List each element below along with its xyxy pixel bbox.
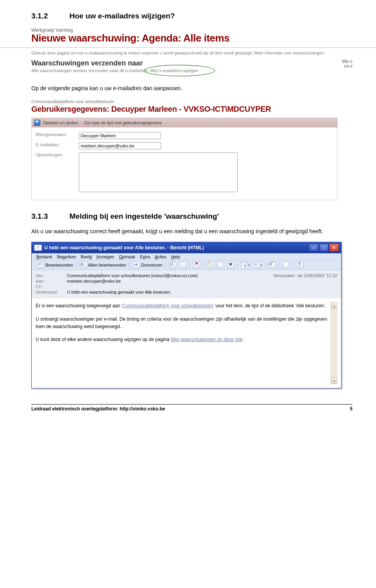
reply-icon xyxy=(37,262,44,268)
heading-number: 3.1.3 xyxy=(31,212,48,221)
displayname-input[interactable] xyxy=(79,132,161,139)
message-body: Er is een waarschuwing toegevoegd aan 'C… xyxy=(36,302,331,384)
heading-text: Melding bij een ingestelde 'waarschuwing… xyxy=(69,212,219,221)
save-close-button[interactable]: Opslaan en sluiten xyxy=(43,120,78,125)
screenshot-user-settings: Communicatieplatform voor schoolbesturen… xyxy=(31,99,352,200)
move-to-folder-button[interactable] xyxy=(206,261,215,269)
menu-extra[interactable]: Extra xyxy=(140,254,150,259)
body-text: Er is een waarschuwing toegevoegd aan xyxy=(36,303,121,309)
reply-all-button[interactable]: Allen beantwoorden xyxy=(79,261,127,269)
body-text: voor het item, de lijst of de bibliothee… xyxy=(214,303,326,309)
toolbar-button[interactable] xyxy=(216,261,225,269)
reply-all-icon xyxy=(80,262,87,268)
folder-icon xyxy=(207,262,214,268)
label-notes: Opmerkingen: xyxy=(36,152,79,157)
notes-textarea[interactable] xyxy=(79,152,238,192)
toolbar-button[interactable] xyxy=(282,261,290,269)
label-email: E-mailadres: xyxy=(36,142,79,147)
send-to-text: Alle waarschuwingen worden verzonden naa… xyxy=(31,68,150,73)
right-text-1: Mijn e xyxy=(342,59,352,64)
menu-beeld[interactable]: Beeld xyxy=(81,254,92,259)
subject-value: U hebt een waarschuwing gemaakt voor All… xyxy=(67,290,337,294)
sent-label: Verzonden: xyxy=(273,273,295,278)
to-label: Aan: xyxy=(36,279,67,283)
screenshot-outlook-message: U hebt een waarschuwing gemaakt voor All… xyxy=(31,242,342,388)
heading-number: 3.1.2 xyxy=(31,12,48,20)
font-size-button[interactable] xyxy=(268,261,277,269)
divider xyxy=(0,47,376,48)
cc-label: CC: xyxy=(36,284,67,289)
body-text: U kunt deze of elke andere waarschuwing … xyxy=(36,337,171,342)
menu-opmaak[interactable]: Opmaak xyxy=(119,254,136,259)
forward-icon xyxy=(133,262,140,268)
page-description: Gebruik deze pagina om een e-mailwaarsch… xyxy=(31,50,352,56)
flag-icon xyxy=(193,262,200,268)
save-icon xyxy=(34,120,40,126)
font-size-icon xyxy=(269,262,276,268)
page-title: Nieuwe waarschuwing: Agenda: Alle items xyxy=(31,32,352,44)
right-cutoff-text: Mijn e jos.e xyxy=(342,59,352,69)
menu-help[interactable]: Help xyxy=(171,254,180,259)
prev-item-button[interactable]: ▾ xyxy=(240,261,251,269)
chevron-down-icon xyxy=(253,262,260,268)
sent-value: do 11/01/2007 11:22 xyxy=(298,273,337,278)
toolbar-separator xyxy=(293,261,293,269)
close-button[interactable]: × xyxy=(329,244,339,252)
page-number: 5 xyxy=(350,406,352,412)
body-link-platform[interactable]: 'Communicatieplatform voor schoolbesture… xyxy=(121,303,214,309)
window-titlebar: U hebt een waarschuwing gemaakt voor All… xyxy=(32,242,341,253)
label-displayname: Weergavenaam: xyxy=(36,132,79,137)
heading-312: 3.1.2 Hoe uw e-mailadres wijzigen? xyxy=(31,12,352,20)
toolbar-separator xyxy=(279,261,279,269)
to-value: marleen.decuyper@vsko.be xyxy=(67,279,337,283)
maximize-button[interactable]: □ xyxy=(319,244,329,252)
forward-button[interactable]: Doorsturen xyxy=(132,261,163,269)
toolbar: Beantwoorden Allen beantwoorden Doorstur… xyxy=(32,260,341,270)
flag-button[interactable] xyxy=(192,261,201,269)
toolbar-button[interactable] xyxy=(179,261,187,269)
menu-bewerken[interactable]: Bewerken xyxy=(57,254,76,259)
generic-icon xyxy=(282,262,289,268)
toolbar-separator xyxy=(129,261,130,269)
menu-bestand[interactable]: Bestand xyxy=(36,254,52,259)
dropdown-caret-icon: ▾ xyxy=(248,263,250,267)
reply-button[interactable]: Beantwoorden xyxy=(36,261,74,269)
heading-text: Hoe uw e-mailadres wijzigen? xyxy=(69,12,175,20)
generic-icon xyxy=(179,262,186,268)
window-title: U hebt een waarschuwing gemaakt voor All… xyxy=(44,245,204,250)
scrollbar[interactable]: ▴ ▾ xyxy=(331,302,337,384)
scroll-down-icon[interactable]: ▾ xyxy=(331,377,337,384)
cc-value xyxy=(67,284,337,289)
site-breadcrumb: Communicatieplatform voor schoolbesturen xyxy=(31,99,352,104)
page-title: Gebruikersgegevens: Decuyper Marleen - V… xyxy=(31,105,352,114)
print-button[interactable] xyxy=(168,261,177,269)
menu-acties[interactable]: Acties xyxy=(155,254,166,259)
print-icon xyxy=(169,262,176,268)
toolbar-separator xyxy=(190,261,190,269)
heading-313: 3.1.3 Melding bij een ingestelde 'waarsc… xyxy=(31,212,352,221)
chevron-up-icon xyxy=(241,262,248,268)
body-text: U ontvangt waarschuwingen per e-mail. De… xyxy=(36,316,331,330)
body-link-my-alerts[interactable]: Mijn waarschuwingen op deze site xyxy=(171,337,242,342)
minimize-button[interactable]: – xyxy=(309,244,318,252)
goto-list-button[interactable]: Ga naar de lijst met gebruikersgegevens xyxy=(84,120,162,125)
paragraph: Als u uw waarschuwing correct heeft gema… xyxy=(31,228,352,235)
next-item-button[interactable]: ▾ xyxy=(252,261,263,269)
generic-icon xyxy=(217,262,224,268)
scroll-up-icon[interactable]: ▴ xyxy=(331,302,337,309)
delete-button[interactable] xyxy=(226,261,235,269)
section-subhead: Waarschuwingen verzenden naar xyxy=(31,59,342,67)
form-toolbar: Opslaan en sluiten | Ga naar de lijst me… xyxy=(32,118,337,127)
menu-invoegen[interactable]: Invoegen xyxy=(96,254,114,259)
change-email-link[interactable]: Mijn e-mailadres wijzigen. xyxy=(150,68,199,73)
toolbar-separator xyxy=(237,261,238,269)
subject-label: Onderwerp: xyxy=(36,290,67,294)
message-body-area: Er is een waarschuwing toegevoegd aan 'C… xyxy=(32,298,341,388)
help-button[interactable] xyxy=(295,261,304,269)
menu-bar: Bestand Bewerken Beeld Invoegen Opmaak E… xyxy=(32,253,341,260)
email-input[interactable] xyxy=(79,142,161,149)
toolbar-separator xyxy=(76,261,77,269)
send-to-line: Alle waarschuwingen worden verzonden naa… xyxy=(31,68,342,73)
dropdown-caret-icon: ▾ xyxy=(260,263,262,267)
paragraph: Op de volgende pagina kan u uw e-mailadr… xyxy=(31,85,352,92)
